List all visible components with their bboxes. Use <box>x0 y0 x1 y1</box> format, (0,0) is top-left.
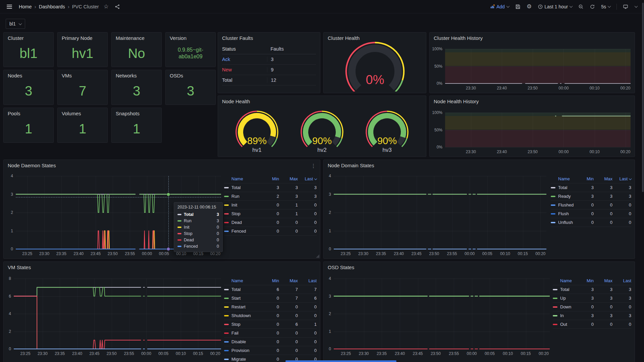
x-axis-tick-label: 00:15 <box>193 251 203 256</box>
stat-value: hv1 <box>58 46 107 61</box>
variable-selector-cluster[interactable]: bl1 <box>6 19 25 29</box>
refresh-dashboard-button[interactable] <box>588 3 596 11</box>
x-axis-tick-label: 23:25 <box>22 251 32 256</box>
legend-row-total[interactable]: Total333 <box>553 285 631 294</box>
toolbar-divider <box>616 4 617 10</box>
zoom-out-time-button[interactable] <box>577 3 585 11</box>
breadcrumb-current: PVC Cluster <box>72 4 99 9</box>
legend-row-restart[interactable]: Restart000 <box>224 303 317 311</box>
x-axis-tick-label: 00:10 <box>176 251 186 256</box>
legend-row-up[interactable]: Up333 <box>553 294 631 303</box>
legend-row-out[interactable]: Out000 <box>553 320 631 329</box>
gauge-node-label: hv2 <box>296 147 348 154</box>
stat-value: 3 <box>166 83 215 99</box>
y-axis-tick-label: 1 <box>11 229 13 233</box>
legend-row-ready[interactable]: Ready333 <box>551 192 631 201</box>
gauge-node-label: hv1 <box>231 147 283 154</box>
panel-cluster-health: Cluster Health 0% <box>323 32 426 93</box>
legend-row-total[interactable]: Total333 <box>551 183 631 192</box>
node-health-gauges: 89%hv190%hv290%hv3 <box>218 109 426 156</box>
legend-row-init[interactable]: Init010 <box>224 201 317 209</box>
legend-row-total[interactable]: Total333 <box>224 183 317 192</box>
legend-row-dead[interactable]: Dead000 <box>224 218 317 227</box>
legend-row-unflush[interactable]: Unflush000 <box>551 218 631 227</box>
legend-row-run[interactable]: Run233 <box>224 192 317 201</box>
y-axis-tick-label: 0 <box>9 347 11 351</box>
clock-icon <box>538 4 543 9</box>
tv-mode-button[interactable] <box>622 3 630 11</box>
node-health-gauge-hv3: 90%hv3 <box>361 109 413 156</box>
breadcrumb-home[interactable]: Home <box>19 4 32 9</box>
x-axis-tick-label: 00:00 <box>142 251 152 256</box>
panel-stat-volumes: Volumes 1 <box>57 108 108 143</box>
legend-row-flushed[interactable]: Flushed000 <box>551 201 631 209</box>
x-axis-tick-label: 23:55 <box>449 351 459 356</box>
x-axis-tick-label: 23:40 <box>73 251 84 256</box>
legend-row-shutdown[interactable]: Shutdown000 <box>224 311 317 320</box>
x-axis-tick-label: 23:40 <box>497 86 507 90</box>
stat-value: 3 <box>4 83 53 99</box>
stat-value: 1 <box>4 121 53 136</box>
tooltip-row: Init0 <box>177 224 219 230</box>
x-axis-tick-label: 23:30 <box>358 251 368 256</box>
legend-row-fenced[interactable]: Fenced000 <box>224 227 317 236</box>
series-color-swatch <box>551 222 555 223</box>
series-color-swatch <box>224 187 229 188</box>
panel-title: Version <box>166 33 215 42</box>
panel-title: Snapshots <box>112 108 161 118</box>
favorite-star-button[interactable]: ☆ <box>102 2 110 11</box>
x-axis-tick-label: 23:50 <box>107 351 117 356</box>
x-axis-tick-label: 00:00 <box>467 351 477 356</box>
series-color-swatch <box>224 231 229 232</box>
legend-row-provision[interactable]: Provision000 <box>224 346 317 355</box>
tooltip-timestamp: 2023-12-11 00:06:15 <box>177 205 219 209</box>
panel-resize-handle[interactable] <box>316 254 319 258</box>
node-health-history-plot-area[interactable]: 0%50%100%23:3023:4023:5000:0000:1000:20 <box>445 113 631 147</box>
x-axis-tick-label: 00:00 <box>465 251 475 256</box>
panel-node-health-history: Node Health History 0%50%100%23:3023:402… <box>429 96 635 157</box>
monitor-icon <box>623 4 628 9</box>
legend-row-fail[interactable]: Fail000 <box>224 329 317 338</box>
y-axis-tick-label: 8 <box>9 276 11 281</box>
x-axis-tick-label: 23:40 <box>395 351 405 356</box>
legend-row-flush[interactable]: Flush000 <box>551 209 631 218</box>
share-button[interactable] <box>113 3 121 11</box>
legend-row-start[interactable]: Start076 <box>224 294 317 303</box>
stat-value: 7 <box>58 83 107 99</box>
toolbar-expand-button[interactable] <box>633 4 639 9</box>
x-axis-tick-label: 00:10 <box>590 149 600 154</box>
legend-row-stop[interactable]: Stop061 <box>224 320 317 329</box>
hovered-data-point <box>167 248 170 251</box>
save-dashboard-button[interactable] <box>514 3 522 11</box>
vm-states-plot-area[interactable]: 0246823:2523:3023:3523:4023:4523:5023:55… <box>14 279 221 349</box>
node-domain-states-plot-area[interactable]: 0123423:2523:3023:3523:4023:4523:5023:55… <box>334 176 546 249</box>
top-navbar: Home › Dashboards › PVC Cluster ☆ Add <box>0 0 644 13</box>
time-range-picker[interactable]: Last 1 hour <box>536 3 574 11</box>
legend-row-down[interactable]: Down000 <box>553 303 631 311</box>
legend-row-in[interactable]: In333 <box>553 311 631 320</box>
osd-states-plot-area[interactable]: 0123423:2523:3023:3523:4023:4523:5023:55… <box>334 279 550 349</box>
gauge-value: 0% <box>340 73 410 87</box>
x-axis-tick-label: 23:30 <box>359 351 369 356</box>
cluster-health-history-plot-area[interactable]: 0%50%100%23:3023:4023:5000:0000:1000:20 <box>445 49 631 83</box>
x-axis-tick-label: 23:55 <box>124 351 134 356</box>
refresh-interval-dropdown[interactable]: 5s <box>600 3 612 11</box>
series-color-swatch <box>224 196 229 197</box>
series-color-swatch <box>551 204 555 206</box>
y-axis-tick-label: 0% <box>437 81 442 86</box>
menu-toggle-button[interactable] <box>5 3 13 10</box>
vertical-scrollbar-thumb[interactable] <box>642 3 644 192</box>
series-color-swatch <box>553 315 557 316</box>
horizontal-scrollbar-thumb[interactable] <box>285 360 396 362</box>
legend-row-disable[interactable]: Disable000 <box>224 338 317 346</box>
legend-row-total[interactable]: Total677 <box>224 285 317 294</box>
add-panel-button[interactable]: Add <box>489 3 511 11</box>
legend-row-stop[interactable]: Stop010 <box>224 209 317 218</box>
breadcrumb-dashboards[interactable]: Dashboards <box>39 4 65 9</box>
panel-stat-version: Version 0.9.85~git-ab0a1e09 <box>165 32 216 67</box>
dashboard-settings-button[interactable]: ⚙ <box>525 2 533 11</box>
x-axis-tick-label: 23:35 <box>376 251 386 256</box>
panel-stat-networks: Networks 3 <box>111 70 162 105</box>
cluster-faults-table: StatusFaultsAck3New9Total12 <box>222 44 316 85</box>
series-color-swatch <box>553 324 557 325</box>
